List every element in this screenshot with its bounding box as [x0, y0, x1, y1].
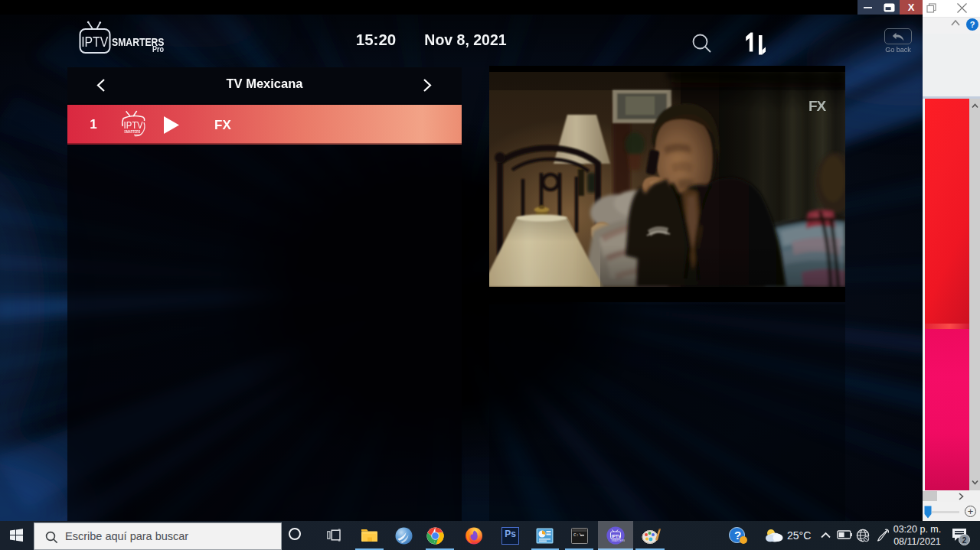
- svg-text:FX: FX: [808, 98, 827, 114]
- svg-text:IPTV: IPTV: [612, 534, 621, 539]
- svg-text:Pro: Pro: [152, 45, 164, 54]
- svg-text:SMARTERS: SMARTERS: [612, 539, 626, 542]
- svg-text:IPTV: IPTV: [81, 34, 108, 50]
- svg-text:SMARTERS: SMARTERS: [124, 130, 140, 134]
